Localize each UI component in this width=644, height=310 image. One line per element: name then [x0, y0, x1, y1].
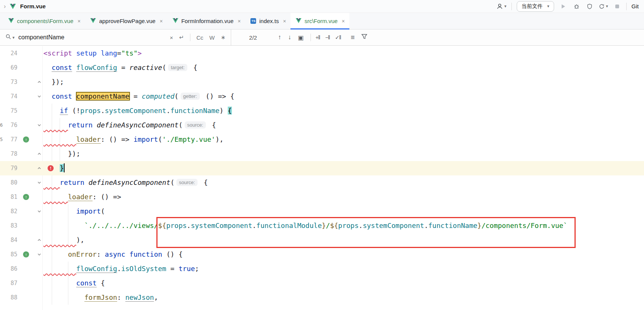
line-number[interactable]: 75: [0, 104, 17, 118]
close-icon[interactable]: ×: [283, 18, 286, 24]
line-number[interactable]: 73: [0, 75, 17, 89]
close-icon[interactable]: ×: [160, 18, 163, 24]
vue-logo-icon: [9, 2, 17, 11]
implementation-marker-icon[interactable]: ↑: [23, 136, 29, 143]
code-line-77[interactable]: 77↑ loader: () => import('./Empty.vue'),…: [0, 132, 644, 147]
line-number[interactable]: 84: [0, 233, 17, 247]
fold-up-icon[interactable]: [36, 147, 42, 161]
fold-down-icon[interactable]: [36, 204, 42, 219]
tab-approveflowpage-vue[interactable]: approveFlowPage.vue ×: [85, 13, 167, 29]
implementation-marker-icon[interactable]: ↑: [23, 251, 29, 257]
regex-toggle[interactable]: ∗: [221, 34, 225, 41]
fold-down-icon[interactable]: [36, 175, 42, 190]
line-number[interactable]: 85: [0, 247, 17, 262]
match-case-toggle[interactable]: Cc: [196, 34, 203, 41]
fold-up-icon[interactable]: [36, 161, 42, 175]
code-line-24[interactable]: 24<script setup lang="ts">: [0, 46, 644, 60]
inlay-hint: target:: [168, 64, 187, 71]
search-controls: 2/2 ↑ ↓ ▣ +‖ −‖ ✓‖ ≡: [231, 29, 367, 45]
close-icon[interactable]: ×: [238, 18, 241, 24]
code-line-82[interactable]: 82 import(: [0, 204, 644, 219]
code-line-69[interactable]: 69 const flowConfig = reactive(target: {: [0, 60, 644, 75]
code-text: const {: [43, 276, 105, 290]
code-line-85[interactable]: 85↑ onError: async function () {: [0, 247, 644, 262]
line-number[interactable]: 88: [0, 290, 17, 305]
tab-components-form-vue[interactable]: components\Form.vue ×: [3, 13, 85, 29]
profiler-button[interactable]: ▾: [599, 2, 608, 11]
clear-search-icon[interactable]: ×: [170, 34, 173, 41]
tab-forminformation-vue[interactable]: FormInformation.vue ×: [167, 13, 246, 29]
code-line-81[interactable]: 81↑ loader: () =>xxxxxx: [0, 190, 644, 204]
code-line-79[interactable]: 79! }: [0, 161, 644, 175]
line-number[interactable]: 87: [0, 276, 17, 290]
code-lines: 24<script setup lang="ts">69 const flowC…: [0, 46, 644, 310]
line-number[interactable]: 74: [0, 89, 17, 104]
edge-artifact: 6: [0, 118, 4, 132]
line-number[interactable]: 81: [0, 190, 17, 204]
filter-icon[interactable]: [361, 34, 367, 41]
line-number[interactable]: 82: [0, 204, 17, 219]
line-number[interactable]: 86: [0, 262, 17, 276]
code-text: onError: async function () {: [43, 247, 183, 262]
occurrences-list-icon[interactable]: ≡: [351, 34, 355, 42]
close-icon[interactable]: ×: [77, 18, 80, 24]
line-number[interactable]: 69: [0, 60, 17, 75]
window-title: Form.vue: [20, 3, 46, 9]
line-number[interactable]: 79: [0, 161, 17, 175]
line-number[interactable]: 78: [0, 147, 17, 161]
edge-artifact: 5: [0, 132, 4, 147]
editor[interactable]: 24<script setup lang="ts">69 const flowC…: [0, 46, 644, 310]
fold-down-icon[interactable]: [36, 89, 42, 104]
run-configuration-label: 当前文件: [522, 3, 543, 10]
code-line-74[interactable]: 74 const componentName = computed(getter…: [0, 89, 644, 104]
implementation-marker-icon[interactable]: ↑: [23, 194, 29, 200]
line-number[interactable]: 83: [0, 219, 17, 233]
stop-button[interactable]: [613, 2, 621, 11]
fold-down-icon[interactable]: [36, 118, 42, 132]
fold-up-icon[interactable]: [36, 233, 42, 247]
debug-button[interactable]: [572, 2, 581, 11]
error-squiggle: xxxxxxxx: [43, 233, 76, 247]
error-squiggle: xxxxxx: [43, 118, 68, 132]
code-line-76[interactable]: 76 return defineAsyncComponent(source: {…: [0, 118, 644, 132]
previous-match-button[interactable]: ↑: [278, 34, 281, 41]
newline-icon[interactable]: ↵: [179, 34, 184, 41]
tab-src-form-vue[interactable]: src\Form.vue ×: [290, 13, 349, 29]
code-line-88[interactable]: 88 formJson: newJson,: [0, 290, 644, 305]
search-input[interactable]: componentName: [19, 34, 164, 41]
run-configuration-selector[interactable]: 当前文件 ▾: [517, 1, 554, 12]
line-number[interactable]: 24: [0, 46, 17, 60]
search-field-area[interactable]: ▾ componentName × ↵ Cc W ∗: [0, 29, 231, 45]
search-icon[interactable]: [5, 34, 11, 41]
code-line-75[interactable]: 75 if (!props.systemComponent.functionNa…: [0, 104, 644, 118]
code-line-86[interactable]: 86 flowConfig.isOldSystem = true;xxxxxxx…: [0, 262, 644, 276]
vue-file-icon: [8, 18, 14, 24]
fold-up-icon[interactable]: [36, 75, 42, 89]
apply-occurrence-icon[interactable]: ✓‖: [335, 34, 341, 40]
error-squiggle: xxxxxx: [43, 190, 68, 204]
exclude-occurrence-icon[interactable]: −‖: [325, 34, 330, 40]
fold-down-icon[interactable]: [36, 247, 42, 262]
line-number[interactable]: 80: [0, 175, 17, 190]
coverage-button[interactable]: [585, 2, 594, 11]
annotation-rectangle: [156, 217, 576, 248]
chevron-right-icon[interactable]: ›: [4, 3, 6, 10]
divider: [190, 34, 190, 41]
next-match-button[interactable]: ↓: [288, 34, 292, 41]
code-text: formJson: newJson,: [43, 290, 158, 305]
code-line-73[interactable]: 73 });: [0, 75, 644, 89]
git-widget[interactable]: Git: [632, 3, 639, 9]
code-line-78[interactable]: 78 });: [0, 147, 644, 161]
code-line-87[interactable]: 87 const {: [0, 276, 644, 290]
run-button[interactable]: [559, 2, 567, 11]
open-in-find-window-icon[interactable]: ▣: [298, 34, 304, 41]
add-occurrence-icon[interactable]: +‖: [315, 34, 320, 40]
code-text: <script setup lang="ts">: [43, 46, 142, 60]
user-account-button[interactable]: ▾: [496, 2, 507, 11]
code-line-80[interactable]: 80 return defineAsyncComponent(source: {…: [0, 175, 644, 190]
close-icon[interactable]: ×: [342, 18, 345, 24]
chevron-down-icon: ▾: [606, 4, 608, 9]
tab-index-ts[interactable]: TS index.ts ×: [245, 13, 290, 29]
chevron-down-icon[interactable]: ▾: [12, 35, 15, 40]
whole-words-toggle[interactable]: W: [209, 34, 215, 41]
